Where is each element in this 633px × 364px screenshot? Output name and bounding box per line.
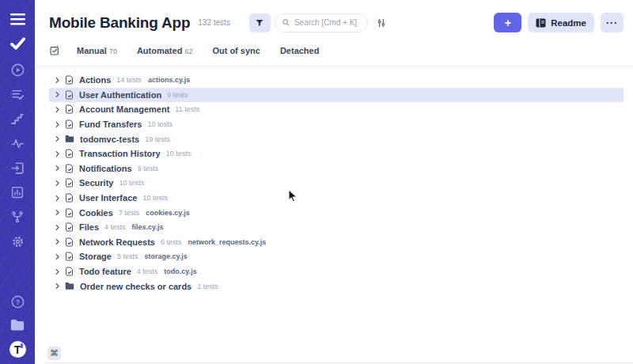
checkmark-icon[interactable]: [9, 36, 25, 51]
suite-row[interactable]: Notifications 9 tests: [49, 161, 624, 176]
suite-test-count: 5 tests: [117, 252, 138, 260]
suite-file-name: todo.cy.js: [164, 267, 196, 275]
suite-test-count: 1 tests: [197, 282, 218, 290]
file-check-icon: [65, 104, 74, 114]
chevron-right-icon[interactable]: [54, 106, 61, 113]
footer: ⌘: [35, 347, 633, 364]
search-input[interactable]: [294, 18, 361, 27]
suite-test-count: 10 tests: [166, 150, 191, 157]
import-icon[interactable]: [9, 160, 25, 176]
menu-icon[interactable]: [9, 11, 25, 27]
file-check-icon: [65, 208, 74, 218]
search-box[interactable]: [275, 13, 368, 32]
sidebar: ? T: [0, 0, 35, 364]
suite-title: Storage: [79, 252, 112, 261]
suite-row[interactable]: Security 10 tests: [49, 176, 624, 191]
suite-row[interactable]: Fund Transfers 10 tests: [49, 117, 624, 132]
tab-automated[interactable]: Automated 62: [137, 46, 192, 55]
tabs: Manual 70 Automated 62 Out of sync Detac…: [35, 45, 633, 66]
tab-out-of-sync[interactable]: Out of sync: [212, 46, 260, 55]
help-icon[interactable]: ?: [9, 294, 25, 309]
suite-row[interactable]: Todo feature 4 tests todo.cy.js: [49, 264, 624, 279]
logo-t-icon[interactable]: T: [9, 341, 26, 358]
activity-icon[interactable]: [9, 135, 25, 151]
suite-test-count: 14 tests: [116, 76, 142, 84]
suite-row[interactable]: todomvc-tests 19 tests: [49, 131, 624, 146]
page-title: Mobile Banking App: [49, 14, 190, 32]
chevron-right-icon[interactable]: [54, 91, 61, 98]
chevron-right-icon[interactable]: [54, 165, 61, 172]
suite-row[interactable]: Files 4 tests files.cy.js: [49, 220, 624, 235]
git-fork-icon[interactable]: [9, 209, 25, 225]
main-content: Mobile Banking App 132 tests +: [35, 0, 633, 364]
adjustments-button[interactable]: [376, 17, 387, 28]
chevron-right-icon[interactable]: [54, 224, 61, 231]
suite-file-name: cookies.cy.js: [146, 209, 189, 217]
app-screen: ? T Mobile Banking App 132 tests: [0, 0, 633, 364]
chevron-right-icon[interactable]: [54, 180, 61, 187]
stairs-icon[interactable]: [9, 111, 25, 127]
chevron-right-icon[interactable]: [54, 121, 61, 128]
suite-row[interactable]: Network Requests 6 tests network_request…: [49, 235, 624, 250]
chevron-right-icon[interactable]: [54, 209, 61, 216]
filter-button[interactable]: [249, 13, 271, 32]
tab-count: 62: [184, 47, 192, 55]
tab-manual[interactable]: Manual 70: [77, 46, 117, 55]
file-check-icon: [65, 252, 74, 261]
chevron-right-icon[interactable]: [54, 238, 61, 245]
more-button[interactable]: ···: [601, 13, 624, 32]
chevron-right-icon[interactable]: [54, 150, 61, 157]
suite-test-count: 10 tests: [147, 120, 172, 128]
suite-title: User Authentication: [79, 90, 161, 100]
chevron-right-icon[interactable]: [54, 77, 61, 84]
sidebar-bottom-group: ? T: [9, 294, 26, 358]
suite-file-name: network_requests.cy.js: [188, 238, 267, 246]
tab-count: 70: [109, 47, 117, 55]
suite-row[interactable]: Account Management 11 tests: [49, 102, 624, 117]
suite-test-count: 4 tests: [104, 223, 126, 231]
suite-title: User Interface: [79, 193, 137, 203]
suite-title: Fund Transfers: [79, 119, 142, 129]
folder-icon: [65, 282, 74, 290]
chevron-right-icon[interactable]: [54, 282, 61, 290]
file-check-icon: [65, 178, 74, 188]
file-check-icon: [65, 222, 74, 232]
bar-chart-icon[interactable]: [9, 184, 25, 200]
suite-row[interactable]: Transaction History 10 tests: [49, 146, 624, 161]
suite-title: Actions: [79, 75, 111, 85]
chevron-right-icon[interactable]: [54, 135, 61, 142]
funnel-icon: [255, 18, 264, 28]
suite-test-count: 11 tests: [175, 105, 199, 113]
add-button[interactable]: +: [494, 13, 521, 32]
list-check-icon[interactable]: [9, 86, 25, 102]
tab-detached[interactable]: Detached: [280, 46, 320, 55]
file-check-icon: [65, 193, 74, 203]
settings-gear-icon[interactable]: [9, 233, 25, 249]
projects-folder-icon[interactable]: [9, 317, 25, 333]
suite-row[interactable]: Actions 14 tests actions.cy.js: [49, 73, 624, 88]
tests-count-badge: 132 tests: [198, 18, 230, 27]
chevron-right-icon[interactable]: [54, 195, 61, 202]
suite-row[interactable]: User Authentication 9 tests: [49, 88, 624, 103]
svg-text:?: ?: [15, 298, 19, 305]
command-shortcut-button[interactable]: ⌘: [47, 347, 61, 360]
sliders-icon: [376, 17, 387, 28]
play-circle-icon[interactable]: [9, 62, 25, 78]
file-check-icon: [65, 237, 74, 247]
chevron-right-icon[interactable]: [54, 253, 61, 260]
file-check-icon: [65, 75, 74, 85]
suite-title: todomvc-tests: [80, 135, 139, 144]
suite-row[interactable]: Storage 5 tests storage.cy.js: [49, 249, 624, 264]
suite-row[interactable]: Order new checks or cards 1 tests: [49, 279, 624, 294]
readme-button[interactable]: Readme: [528, 13, 594, 32]
suite-file-name: actions.cy.js: [148, 76, 190, 84]
chevron-right-icon[interactable]: [54, 268, 61, 275]
tab-label: Out of sync: [212, 46, 260, 55]
suite-title: Transaction History: [79, 149, 161, 158]
suite-row[interactable]: Cookies 7 tests cookies.cy.js: [49, 205, 624, 220]
file-check-icon: [65, 267, 74, 276]
select-all-icon[interactable]: [49, 45, 60, 56]
suite-title: Notifications: [79, 164, 132, 173]
file-check-icon: [65, 149, 74, 158]
suite-row[interactable]: User Interface 10 tests: [49, 191, 624, 206]
